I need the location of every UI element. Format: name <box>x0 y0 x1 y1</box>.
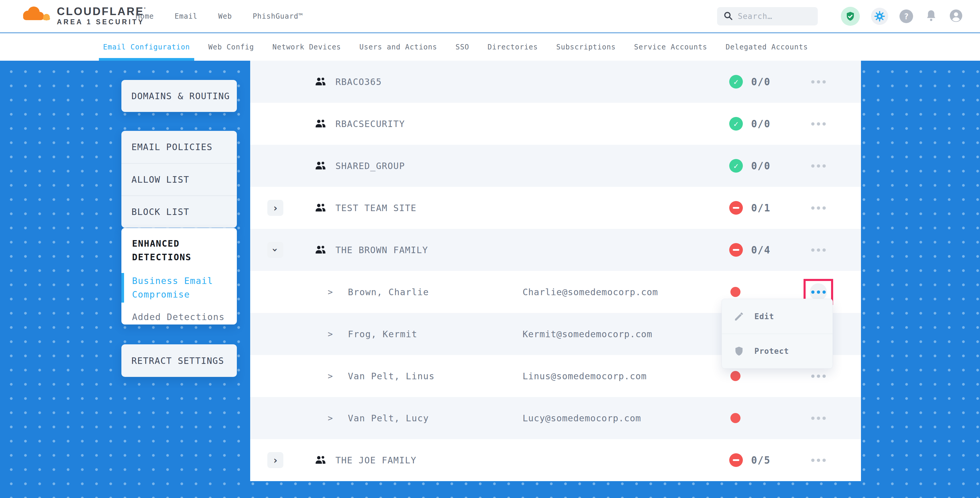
tab-email-configuration[interactable]: Email Configuration <box>103 33 190 61</box>
chevron-right-icon[interactable]: > <box>328 413 333 423</box>
tab-users-and-actions[interactable]: Users and Actions <box>360 33 437 61</box>
gear-icon[interactable] <box>871 8 888 25</box>
sidebar-section-enhanced-detections[interactable]: ENHANCED DETECTIONS <box>132 237 231 264</box>
table-row[interactable]: >Van Pelt, LucyLucy@somedemocorp.com <box>250 397 861 439</box>
sidebar-item-added-detections[interactable]: Added Detections <box>132 310 231 324</box>
minus-circle-icon <box>729 453 743 467</box>
top-nav-email[interactable]: Email <box>175 12 197 21</box>
bell-icon[interactable] <box>924 9 938 24</box>
group-name: RBACSECURITY <box>336 119 405 129</box>
sidebar-card-domains-routing[interactable]: DOMAINS & ROUTING <box>121 80 237 112</box>
cloudflare-logo: CLOUDFLARE' AREA 1 SECURITY <box>18 3 146 26</box>
protected-count: 0/0 <box>751 118 771 130</box>
dot-icon <box>822 248 826 252</box>
expand-toggle-button[interactable]: › <box>267 452 283 468</box>
sidebar-item-block-list[interactable]: BLOCK LIST <box>121 196 237 228</box>
tab-service-accounts[interactable]: Service Accounts <box>634 33 707 61</box>
minus-icon <box>733 207 739 209</box>
dot-icon <box>817 374 820 378</box>
tab-delegated-accounts[interactable]: Delegated Accounts <box>725 33 808 61</box>
protected-count: 0/0 <box>751 76 771 88</box>
table-row[interactable]: ›THE JOE FAMILY0/5 <box>250 439 861 481</box>
group-name: TEST TEAM SITE <box>336 203 417 213</box>
sidebar-item-business-email-compromise[interactable]: Business Email Compromise <box>132 274 231 301</box>
sidebar-item-allow-list[interactable]: ALLOW LIST <box>121 163 237 196</box>
group-icon <box>315 76 326 88</box>
shield-check-icon[interactable] <box>841 7 860 26</box>
group-icon <box>315 202 326 214</box>
dot-icon <box>817 206 820 210</box>
shield-icon <box>733 346 745 356</box>
user-icon[interactable] <box>949 9 963 24</box>
tab-network-devices[interactable]: Network Devices <box>272 33 341 61</box>
chevron-right-icon[interactable]: > <box>328 371 333 381</box>
row-actions-button[interactable] <box>810 452 827 469</box>
table-row[interactable]: ›TEST TEAM SITE0/1 <box>250 187 861 229</box>
logo-text: CLOUDFLARE' AREA 1 SECURITY <box>57 3 146 26</box>
table-row[interactable]: RBACO365✓0/0 <box>250 61 861 103</box>
dot-icon <box>811 80 815 83</box>
row-actions-button[interactable] <box>810 73 827 90</box>
dot-icon <box>822 122 826 126</box>
chevron-down-icon: › <box>270 247 280 253</box>
dot-icon <box>817 417 820 420</box>
dot-icon <box>817 248 820 252</box>
expand-toggle-button[interactable]: › <box>267 200 283 216</box>
row-actions-button[interactable] <box>810 157 827 174</box>
dot-icon <box>822 417 826 420</box>
menu-item-protect[interactable]: Protect <box>722 334 832 368</box>
row-actions-button[interactable] <box>810 409 827 426</box>
protected-count: 0/5 <box>751 455 771 466</box>
member-email: Linus@somedemocorp.com <box>523 371 647 381</box>
minus-icon <box>733 459 739 461</box>
group-name: SHARED_GROUP <box>336 161 405 171</box>
sidebar-card-retract-settings[interactable]: RETRACT SETTINGS <box>121 344 237 377</box>
search-box[interactable]: Search… <box>717 7 818 25</box>
top-nav-home[interactable]: Home <box>135 12 154 21</box>
groups-table: RBACO365✓0/0RBACSECURITY✓0/0SHARED_GROUP… <box>250 61 861 481</box>
sidebar-item-retract-settings[interactable]: RETRACT SETTINGS <box>121 344 237 377</box>
chevron-right-icon: › <box>272 455 278 465</box>
dot-icon <box>817 122 820 126</box>
top-nav-phishguard[interactable]: PhishGuard™ <box>253 12 303 21</box>
enhanced-detections-items: Business Email CompromiseAdded Detection… <box>132 274 231 324</box>
tab-web-config[interactable]: Web Config <box>208 33 255 61</box>
table-row[interactable]: ›THE BROWN FAMILY0/4 <box>250 229 861 271</box>
row-actions-button[interactable] <box>810 199 827 216</box>
top-nav-web[interactable]: Web <box>218 12 232 21</box>
menu-item-label: Protect <box>754 347 789 356</box>
logo-product: AREA 1 SECURITY <box>57 18 145 26</box>
group-icon <box>315 244 326 256</box>
sidebar-card-enhanced-detections: ENHANCED DETECTIONS Business Email Compr… <box>121 228 237 325</box>
tab-sso[interactable]: SSO <box>455 33 469 61</box>
expand-toggle-button[interactable]: › <box>267 242 283 258</box>
group-icon <box>315 160 326 172</box>
protected-count: 0/4 <box>751 244 771 256</box>
tab-subscriptions[interactable]: Subscriptions <box>556 33 616 61</box>
sidebar-item-email-policies[interactable]: EMAIL POLICIES <box>121 131 237 163</box>
check-circle-icon: ✓ <box>729 159 743 173</box>
row-actions-button[interactable] <box>810 241 827 258</box>
tab-bar: Email ConfigurationWeb ConfigNetwork Dev… <box>0 33 980 61</box>
menu-item-edit[interactable]: Edit <box>722 299 832 334</box>
row-actions-button[interactable] <box>810 368 827 385</box>
table-row[interactable]: SHARED_GROUP✓0/0 <box>250 145 861 187</box>
member-name: Van Pelt, Lucy <box>348 413 429 423</box>
tab-directories[interactable]: Directories <box>488 33 538 61</box>
chevron-right-icon[interactable]: > <box>328 287 333 297</box>
help-icon[interactable]: ? <box>899 10 913 23</box>
status-dot <box>730 371 740 381</box>
chevron-right-icon[interactable]: > <box>328 329 333 339</box>
dot-icon <box>811 458 815 462</box>
row-actions-button[interactable] <box>810 115 827 132</box>
menu-item-label: Edit <box>754 312 774 321</box>
dot-icon <box>811 374 815 378</box>
sidebar-card-policies: EMAIL POLICIESALLOW LISTBLOCK LIST <box>121 131 237 228</box>
dot-icon <box>811 164 815 167</box>
table-row[interactable]: RBACSECURITY✓0/0 <box>250 103 861 145</box>
check-icon: ✓ <box>733 78 738 86</box>
top-header: CLOUDFLARE' AREA 1 SECURITY HomeEmailWeb… <box>0 0 980 33</box>
group-name: RBACO365 <box>336 77 382 87</box>
dot-icon <box>822 458 826 462</box>
sidebar-item-domains-routing[interactable]: DOMAINS & ROUTING <box>121 80 237 112</box>
